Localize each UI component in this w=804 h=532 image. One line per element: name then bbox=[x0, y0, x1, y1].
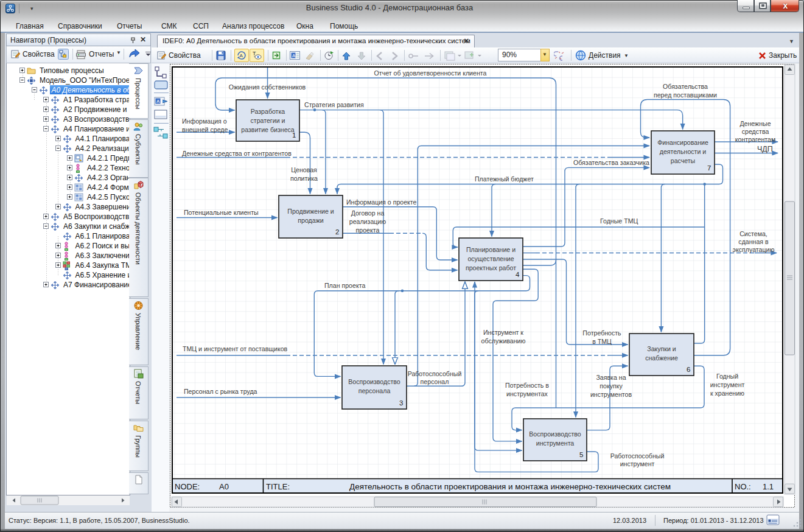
svg-text:персонала: персонала bbox=[358, 387, 391, 394]
svg-text:Потребность: Потребность bbox=[582, 329, 621, 337]
svg-text:ЧДП: ЧДП bbox=[757, 145, 773, 153]
svg-text:проекта: проекта bbox=[356, 226, 380, 234]
svg-text:ТМЦ и инструмент от поставщико: ТМЦ и инструмент от поставщиков bbox=[183, 345, 288, 352]
svg-text:деятельности и: деятельности и bbox=[660, 148, 707, 155]
svg-text:7: 7 bbox=[707, 164, 711, 172]
svg-text:6: 6 bbox=[687, 366, 690, 373]
svg-text:Потребность в: Потребность в bbox=[505, 382, 549, 389]
svg-text:Персонал с рынка труда: Персонал с рынка труда bbox=[184, 388, 257, 395]
svg-text:контрагентам: контрагентам bbox=[735, 136, 775, 143]
svg-text:продажи: продажи bbox=[298, 217, 323, 224]
svg-text:Закупки и: Закупки и bbox=[647, 345, 676, 352]
svg-text:Потенциальные клиенты: Потенциальные клиенты bbox=[184, 209, 259, 216]
svg-text:инструмент: инструмент bbox=[710, 381, 745, 388]
svg-text:обслуживанию: обслуживанию bbox=[481, 337, 526, 345]
svg-text:стратегии и: стратегии и bbox=[251, 117, 285, 124]
svg-text:осуществление: осуществление bbox=[467, 255, 514, 262]
svg-text:персонал: персонал bbox=[421, 378, 449, 385]
svg-text:Воспроизводство: Воспроизводство bbox=[348, 378, 400, 385]
svg-text:Планирование и: Планирование и bbox=[466, 246, 516, 253]
svg-text:Заявка на: Заявка на bbox=[596, 374, 626, 381]
svg-text:Информация о: Информация о bbox=[182, 117, 227, 125]
svg-text:инструментов: инструментов bbox=[590, 391, 632, 398]
svg-text:Финансирование: Финансирование bbox=[657, 139, 708, 146]
svg-text:Информация о проекте: Информация о проекте bbox=[346, 198, 417, 206]
svg-text:А0: А0 bbox=[219, 482, 229, 491]
svg-text:Воспроизводство: Воспроизводство bbox=[529, 430, 581, 438]
svg-text:A: A bbox=[292, 53, 296, 58]
svg-text:Разработка: Разработка bbox=[251, 108, 285, 115]
svg-text:A: A bbox=[156, 99, 160, 104]
svg-text:Инструмент к: Инструмент к bbox=[483, 329, 523, 336]
svg-text:Стратегия развития: Стратегия развития bbox=[304, 101, 364, 108]
svg-text:Годные ТМЦ: Годные ТМЦ bbox=[600, 217, 638, 225]
svg-text:развитие бизнеса: развитие бизнеса bbox=[241, 126, 295, 133]
svg-text:Деятельность в области проекти: Деятельность в области проектирования и … bbox=[349, 482, 671, 491]
svg-text:Обязательства заказчика: Обязательства заказчика bbox=[573, 159, 649, 166]
svg-text:TITLE:: TITLE: bbox=[266, 482, 290, 491]
svg-text:Отчет об удовлетворенности кли: Отчет об удовлетворенности клиента bbox=[374, 69, 487, 77]
svg-text:4: 4 bbox=[516, 271, 520, 278]
svg-text:Система,: Система, bbox=[739, 230, 767, 237]
svg-text:реализацию: реализацию bbox=[349, 218, 386, 225]
svg-text:инструмент: инструмент bbox=[620, 460, 655, 467]
svg-text:1: 1 bbox=[292, 131, 296, 139]
svg-text:снабжение: снабжение bbox=[645, 354, 678, 362]
svg-text:NODE:: NODE: bbox=[175, 482, 200, 491]
svg-text:сданная в: сданная в bbox=[738, 238, 769, 245]
svg-text:внешней среде: внешней среде bbox=[182, 126, 228, 133]
svg-text:эксплуатацию: эксплуатацию bbox=[733, 246, 775, 253]
svg-text:Работоспособный: Работоспособный bbox=[408, 370, 462, 377]
svg-text:1.1: 1.1 bbox=[763, 482, 774, 491]
svg-text:средства: средства bbox=[742, 128, 769, 135]
svg-text:Обязательства: Обязательства bbox=[663, 83, 708, 90]
svg-text:Денежные: Денежные bbox=[739, 120, 771, 127]
svg-text:инструмента: инструмента bbox=[536, 439, 575, 447]
svg-text:Договор на: Договор на bbox=[351, 209, 385, 217]
svg-text:Годный: Годный bbox=[716, 373, 738, 380]
svg-text:План проекта: План проекта bbox=[324, 282, 365, 289]
svg-text:А: А bbox=[240, 53, 243, 58]
svg-text:политика: политика bbox=[290, 175, 318, 182]
svg-text:проектных работ: проектных работ bbox=[466, 264, 516, 271]
svg-text:NO.:: NO.: bbox=[735, 482, 751, 491]
svg-text:в ТМЦ: в ТМЦ bbox=[592, 338, 612, 345]
svg-text:перед поставщиками: перед поставщиками bbox=[654, 91, 717, 99]
svg-text:к хранению: к хранению bbox=[710, 390, 744, 397]
svg-text:Платежный бюджет: Платежный бюджет bbox=[475, 175, 534, 183]
svg-text:покупку: покупку bbox=[600, 382, 623, 390]
svg-text:Продвижение и: Продвижение и bbox=[287, 208, 334, 215]
svg-text:расчеты: расчеты bbox=[671, 157, 696, 164]
svg-text:5: 5 bbox=[579, 451, 583, 458]
svg-text:Ожидания собственников: Ожидания собственников bbox=[229, 83, 306, 91]
svg-text:2: 2 bbox=[335, 228, 339, 236]
svg-text:Ценовая: Ценовая bbox=[291, 166, 317, 173]
svg-text:инструментах: инструментах bbox=[506, 390, 548, 397]
svg-text:Работоспособный: Работоспособный bbox=[610, 452, 665, 460]
svg-text:Денежные средства от контраген: Денежные средства от контрагентов bbox=[182, 150, 292, 157]
svg-text:3: 3 bbox=[399, 399, 403, 407]
